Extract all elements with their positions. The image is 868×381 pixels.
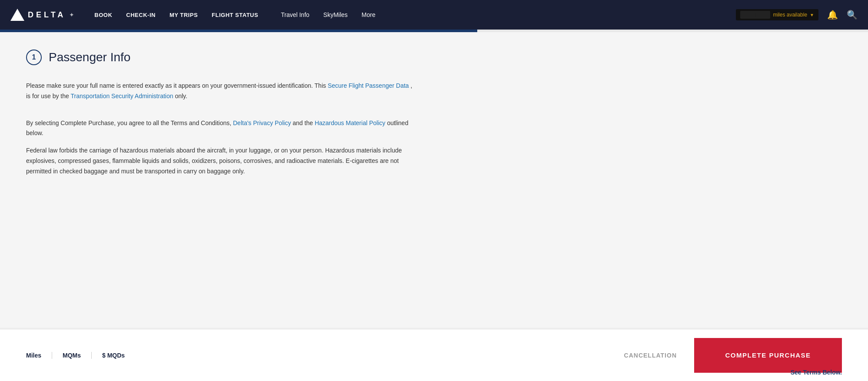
miles-available-label: miles available (773, 12, 807, 18)
complete-purchase-button[interactable]: COMPLETE PURCHASE (694, 338, 842, 373)
nav-checkin[interactable]: CHECK-IN (120, 8, 162, 22)
terms-paragraph: By selecting Complete Purchase, you agre… (26, 118, 417, 139)
primary-nav: BOOK CHECK-IN MY TRIPS FLIGHT STATUS (88, 8, 264, 22)
miles-badge[interactable]: ■■■■ miles available ▼ (736, 9, 818, 20)
logo-text: DELTA (28, 10, 66, 20)
nav-book[interactable]: BOOK (88, 8, 118, 22)
tsa-link[interactable]: Transportation Security Administration (70, 93, 173, 99)
cancellation-button[interactable]: CANCELLATION (624, 352, 677, 359)
hazmat-policy-link[interactable]: Hazardous Material Policy (315, 119, 386, 126)
nav-flightstatus[interactable]: FLIGHT STATUS (206, 8, 264, 22)
main-content: 1 Passenger Info Please make sure your f… (0, 32, 868, 328)
step-circle: 1 (26, 50, 42, 65)
nav-more[interactable]: More (356, 8, 382, 22)
secondary-nav: Travel Info SkyMiles More (275, 8, 736, 22)
miles-dropdown-icon: ▼ (810, 13, 814, 17)
footer-tab-miles[interactable]: Miles (26, 352, 52, 359)
footer-actions: CANCELLATION COMPLETE PURCHASE (624, 338, 842, 373)
miles-redacted-value: ■■■■ (740, 11, 770, 19)
delta-triangle-icon (10, 9, 24, 21)
page-heading: 1 Passenger Info (26, 50, 842, 65)
nav-right: ■■■■ miles available ▼ 🔔 🔍 (736, 9, 858, 20)
footer-tab-mqms[interactable]: MQMs (63, 352, 92, 359)
terms-text-middle: and the (291, 119, 315, 126)
notification-bell-icon[interactable]: 🔔 (827, 10, 838, 20)
navbar: DELTA ✦ BOOK CHECK-IN MY TRIPS FLIGHT ST… (0, 0, 868, 30)
nav-skymiles[interactable]: SkyMiles (317, 8, 354, 22)
nav-mytrips[interactable]: MY TRIPS (163, 8, 204, 22)
passenger-info-paragraph: Please make sure your full name is enter… (26, 81, 417, 102)
footer-tabs: Miles MQMs $ MQDs (26, 352, 624, 359)
see-terms-label[interactable]: See Terms Below. (791, 369, 842, 376)
nav-travelinfo[interactable]: Travel Info (275, 8, 316, 22)
delta-logo[interactable]: DELTA ✦ (10, 9, 74, 21)
info-text-after-link: only. (173, 93, 187, 99)
secure-flight-link[interactable]: Secure Flight Passenger Data (328, 82, 409, 89)
footer-tab-mqds[interactable]: $ MQDs (102, 352, 135, 359)
privacy-policy-link[interactable]: Delta's Privacy Policy (233, 119, 291, 126)
page-title: Passenger Info (49, 50, 130, 64)
info-text-before-link: Please make sure your full name is enter… (26, 82, 328, 89)
search-icon[interactable]: 🔍 (847, 10, 858, 20)
hazardous-materials-text: Federal law forbids the carriage of haza… (26, 146, 417, 176)
terms-text-before: By selecting Complete Purchase, you agre… (26, 119, 233, 126)
globe-icon: ✦ (69, 11, 74, 18)
footer-bar: Miles MQMs $ MQDs CANCELLATION COMPLETE … (0, 329, 868, 381)
